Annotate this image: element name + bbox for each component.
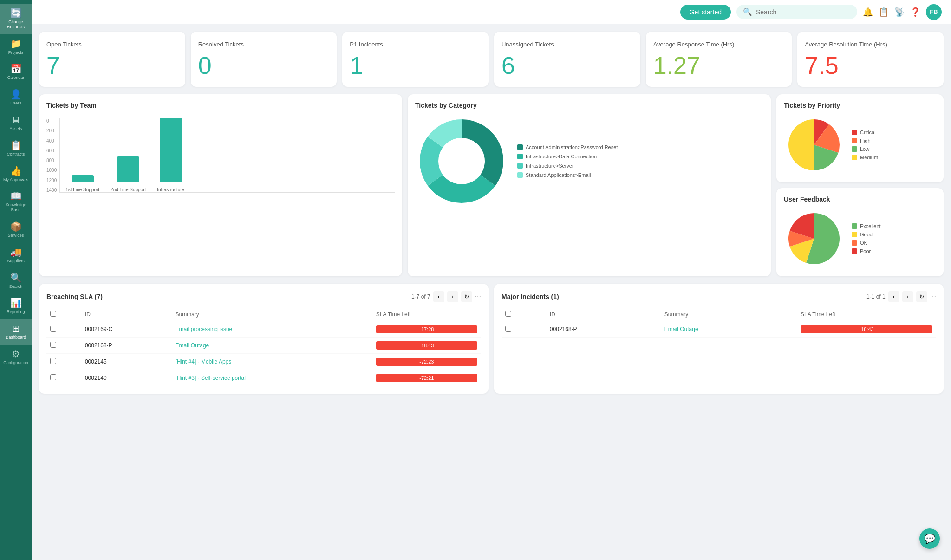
sidebar-item-contracts[interactable]: 📋 Contracts (0, 136, 32, 162)
feedback-legend-item: OK (852, 240, 881, 246)
priority-legend-label: High (860, 138, 871, 143)
sidebar-item-users[interactable]: 👤 Users (0, 85, 32, 111)
y-label: 1000 (46, 168, 57, 173)
bar-chart-bars: 1st Line Support 2nd Line Support Infras… (59, 118, 395, 193)
notifications-icon[interactable]: 🔔 (863, 7, 873, 17)
priority-legend-dot (852, 130, 857, 135)
breaching-sla-title: Breaching SLA (7) (46, 293, 103, 300)
stat-title-4: Average Response Time (Hrs) (653, 41, 785, 48)
prev-page-button[interactable]: ‹ (433, 291, 444, 302)
clipboard-icon[interactable]: 📋 (879, 7, 889, 17)
sidebar-item-change-requests[interactable]: 🔄 ChangeRequests (0, 4, 32, 34)
ticket-id: 0002145 (81, 354, 172, 370)
legend-label: Infrastructure>Server (526, 163, 574, 169)
major-incidents-title: Major Incidents (1) (502, 293, 559, 300)
sidebar-item-knowledge-base[interactable]: 📖 Knowledge Base (0, 187, 32, 217)
pie-segment (788, 119, 814, 170)
feed-icon[interactable]: 📡 (894, 7, 905, 17)
mi-ticket-id: 0002168-P (546, 321, 661, 338)
feedback-legend-label: Good (860, 232, 873, 237)
get-started-button[interactable]: Get started (680, 5, 731, 20)
breaching-sla-table: ID Summary SLA Time Left 0002169-C Email… (46, 308, 481, 386)
sidebar-item-projects[interactable]: 📁 Projects (0, 34, 32, 60)
sidebar-item-assets[interactable]: 🖥 Assets (0, 111, 32, 136)
search-input[interactable] (756, 8, 851, 16)
sidebar-item-dashboard[interactable]: ⊞ Dashboard Dashboard (0, 319, 32, 345)
ticket-summary-link[interactable]: Email Outage (176, 342, 209, 349)
sidebar-item-configuration[interactable]: ⚙ Configuration (0, 345, 32, 370)
select-all-checkbox[interactable] (50, 311, 56, 317)
pagination-text: 1-7 of 7 (411, 293, 430, 300)
priority-legend-label: Low (860, 146, 869, 152)
feedback-legend-item: Good (852, 232, 881, 237)
mi-col-sla: SLA Time Left (797, 308, 936, 321)
sidebar-item-calendar[interactable]: 📅 Calendar (0, 59, 32, 85)
refresh-button[interactable]: ↻ (461, 291, 472, 302)
breaching-sla-card: Breaching SLA (7) 1-7 of 7 ‹ › ↻ ··· ID (39, 284, 489, 394)
tickets-by-priority-card: Tickets by Priority CriticalHighLowMediu… (776, 94, 944, 182)
ticket-summary-link[interactable]: [Hint #3] - Self-service portal (176, 375, 246, 381)
search-bar: 🔍 (736, 5, 857, 19)
contracts-icon: 📋 (10, 141, 22, 150)
charts-row: Tickets by Team 140012001000800600400200… (39, 94, 944, 276)
sidebar-item-my-approvals[interactable]: 👍 My Approvals (0, 162, 32, 187)
priority-pie-svg (784, 115, 844, 175)
row-checkbox[interactable] (50, 326, 56, 332)
mi-more-options-button[interactable]: ··· (930, 293, 936, 301)
y-label: 200 (46, 128, 57, 133)
legend-label: Account Administration>Password Reset (526, 144, 618, 150)
row-checkbox[interactable] (50, 358, 56, 364)
row-checkbox[interactable] (50, 342, 56, 348)
stat-title-2: P1 Incidents (350, 41, 481, 48)
feedback-legend-dot (852, 248, 857, 254)
help-icon[interactable]: ❓ (910, 7, 920, 17)
tickets-by-category-title: Tickets by Category (415, 102, 763, 109)
mi-row-checkbox[interactable] (505, 326, 511, 332)
table-row: 0002140 [Hint #3] - Self-service portal … (46, 370, 481, 386)
ticket-summary-link[interactable]: Email processing issue (176, 326, 233, 332)
mi-prev-page-button[interactable]: ‹ (888, 291, 899, 302)
col-sla: SLA Time Left (372, 308, 481, 321)
bar-label: 2nd Line Support (111, 187, 146, 192)
table-row: 0002145 [Hint #4] - Mobile Apps -72:23 (46, 354, 481, 370)
priority-legend-dot (852, 155, 857, 160)
y-label: 800 (46, 158, 57, 163)
ticket-summary-link[interactable]: [Hint #4] - Mobile Apps (176, 358, 232, 365)
bar (72, 175, 94, 182)
priority-legend-item: Critical (852, 130, 878, 135)
legend-dot (517, 154, 523, 159)
sidebar-item-services[interactable]: 📦 Services (0, 217, 32, 243)
mi-pagination-text: 1-1 of 1 (866, 293, 886, 300)
knowledge-base-icon: 📖 (10, 191, 22, 201)
stat-value-0: 7 (46, 53, 178, 78)
sidebar-item-suppliers[interactable]: 🚚 Suppliers (0, 243, 32, 268)
stat-value-2: 1 (350, 53, 481, 78)
chat-fab[interactable]: 💬 (919, 528, 940, 549)
y-axis-labels: 1400120010008006004002000 (46, 118, 59, 193)
donut-segment (462, 119, 503, 186)
bar (160, 118, 182, 182)
user-avatar[interactable]: FB (926, 4, 942, 20)
tickets-by-team-card: Tickets by Team 140012001000800600400200… (39, 94, 402, 276)
mi-refresh-button[interactable]: ↻ (916, 291, 927, 302)
sla-time-left: -17:28 (376, 325, 477, 333)
priority-legend-item: Medium (852, 155, 878, 160)
legend-label: Infrastructure>Data Connection (526, 154, 597, 159)
mi-select-all-checkbox[interactable] (505, 311, 511, 317)
priority-col: Tickets by Priority CriticalHighLowMediu… (776, 94, 944, 276)
mi-next-page-button[interactable]: › (902, 291, 913, 302)
topbar: Get started 🔍 🔔 📋 📡 ❓ FB (32, 0, 951, 24)
sidebar-item-search[interactable]: 🔍 Search (0, 268, 32, 294)
row-checkbox[interactable] (50, 374, 56, 380)
sla-time-left: -72:23 (376, 358, 477, 366)
feedback-legend-dot (852, 240, 857, 246)
stat-value-4: 1.27 (653, 53, 785, 78)
change-requests-icon: 🔄 (10, 8, 22, 18)
next-page-button[interactable]: › (447, 291, 458, 302)
stat-card-unassigned-tickets: Unassigned Tickets 6 (494, 32, 640, 87)
mi-ticket-summary-link[interactable]: Email Outage (664, 326, 698, 332)
more-options-button[interactable]: ··· (475, 293, 481, 301)
calendar-icon: 📅 (10, 64, 22, 73)
sidebar-item-reporting[interactable]: 📊 Reporting (0, 293, 32, 319)
priority-legend-label: Medium (860, 155, 878, 160)
